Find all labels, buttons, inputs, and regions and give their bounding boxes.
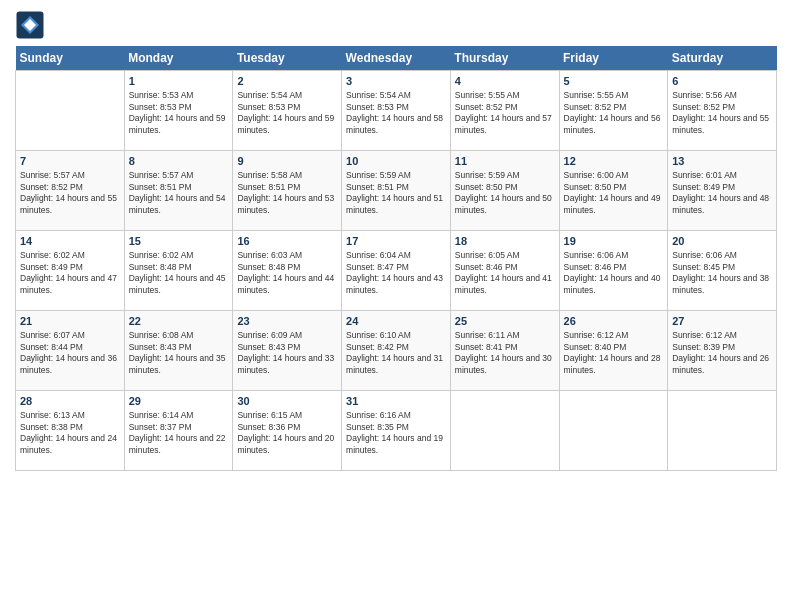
calendar-cell: 13Sunrise: 6:01 AMSunset: 8:49 PMDayligh… xyxy=(668,151,777,231)
cell-info: Sunrise: 6:02 AMSunset: 8:49 PMDaylight:… xyxy=(20,250,120,296)
cell-info: Sunrise: 6:05 AMSunset: 8:46 PMDaylight:… xyxy=(455,250,555,296)
week-row-5: 28Sunrise: 6:13 AMSunset: 8:38 PMDayligh… xyxy=(16,391,777,471)
cell-info: Sunrise: 6:09 AMSunset: 8:43 PMDaylight:… xyxy=(237,330,337,376)
calendar-cell: 30Sunrise: 6:15 AMSunset: 8:36 PMDayligh… xyxy=(233,391,342,471)
cell-info: Sunrise: 6:13 AMSunset: 8:38 PMDaylight:… xyxy=(20,410,120,456)
day-header-tuesday: Tuesday xyxy=(233,46,342,71)
calendar-container: SundayMondayTuesdayWednesdayThursdayFrid… xyxy=(0,0,792,612)
calendar-cell: 9Sunrise: 5:58 AMSunset: 8:51 PMDaylight… xyxy=(233,151,342,231)
day-header-sunday: Sunday xyxy=(16,46,125,71)
day-number: 3 xyxy=(346,74,446,89)
day-number: 1 xyxy=(129,74,229,89)
cell-info: Sunrise: 6:08 AMSunset: 8:43 PMDaylight:… xyxy=(129,330,229,376)
day-number: 13 xyxy=(672,154,772,169)
day-number: 21 xyxy=(20,314,120,329)
calendar-cell: 5Sunrise: 5:55 AMSunset: 8:52 PMDaylight… xyxy=(559,71,668,151)
day-number: 24 xyxy=(346,314,446,329)
calendar-cell: 23Sunrise: 6:09 AMSunset: 8:43 PMDayligh… xyxy=(233,311,342,391)
calendar-cell: 20Sunrise: 6:06 AMSunset: 8:45 PMDayligh… xyxy=(668,231,777,311)
calendar-cell: 12Sunrise: 6:00 AMSunset: 8:50 PMDayligh… xyxy=(559,151,668,231)
calendar-cell: 14Sunrise: 6:02 AMSunset: 8:49 PMDayligh… xyxy=(16,231,125,311)
day-number: 28 xyxy=(20,394,120,409)
cell-info: Sunrise: 5:59 AMSunset: 8:51 PMDaylight:… xyxy=(346,170,446,216)
day-header-wednesday: Wednesday xyxy=(342,46,451,71)
cell-info: Sunrise: 5:53 AMSunset: 8:53 PMDaylight:… xyxy=(129,90,229,136)
logo xyxy=(15,10,48,40)
calendar-cell: 19Sunrise: 6:06 AMSunset: 8:46 PMDayligh… xyxy=(559,231,668,311)
calendar-cell xyxy=(16,71,125,151)
cell-info: Sunrise: 5:56 AMSunset: 8:52 PMDaylight:… xyxy=(672,90,772,136)
calendar-cell: 29Sunrise: 6:14 AMSunset: 8:37 PMDayligh… xyxy=(124,391,233,471)
cell-info: Sunrise: 5:57 AMSunset: 8:51 PMDaylight:… xyxy=(129,170,229,216)
calendar-cell xyxy=(559,391,668,471)
day-number: 5 xyxy=(564,74,664,89)
calendar-cell: 11Sunrise: 5:59 AMSunset: 8:50 PMDayligh… xyxy=(450,151,559,231)
calendar-cell: 31Sunrise: 6:16 AMSunset: 8:35 PMDayligh… xyxy=(342,391,451,471)
day-number: 7 xyxy=(20,154,120,169)
cell-info: Sunrise: 6:02 AMSunset: 8:48 PMDaylight:… xyxy=(129,250,229,296)
calendar-cell: 18Sunrise: 6:05 AMSunset: 8:46 PMDayligh… xyxy=(450,231,559,311)
calendar-table: SundayMondayTuesdayWednesdayThursdayFrid… xyxy=(15,46,777,471)
calendar-cell: 10Sunrise: 5:59 AMSunset: 8:51 PMDayligh… xyxy=(342,151,451,231)
logo-icon xyxy=(15,10,45,40)
day-number: 30 xyxy=(237,394,337,409)
week-row-3: 14Sunrise: 6:02 AMSunset: 8:49 PMDayligh… xyxy=(16,231,777,311)
cell-info: Sunrise: 6:15 AMSunset: 8:36 PMDaylight:… xyxy=(237,410,337,456)
cell-info: Sunrise: 6:01 AMSunset: 8:49 PMDaylight:… xyxy=(672,170,772,216)
calendar-cell: 16Sunrise: 6:03 AMSunset: 8:48 PMDayligh… xyxy=(233,231,342,311)
calendar-cell: 1Sunrise: 5:53 AMSunset: 8:53 PMDaylight… xyxy=(124,71,233,151)
calendar-cell: 6Sunrise: 5:56 AMSunset: 8:52 PMDaylight… xyxy=(668,71,777,151)
cell-info: Sunrise: 5:55 AMSunset: 8:52 PMDaylight:… xyxy=(455,90,555,136)
day-number: 12 xyxy=(564,154,664,169)
day-number: 15 xyxy=(129,234,229,249)
cell-info: Sunrise: 6:12 AMSunset: 8:40 PMDaylight:… xyxy=(564,330,664,376)
cell-info: Sunrise: 5:57 AMSunset: 8:52 PMDaylight:… xyxy=(20,170,120,216)
cell-info: Sunrise: 6:11 AMSunset: 8:41 PMDaylight:… xyxy=(455,330,555,376)
header-row: SundayMondayTuesdayWednesdayThursdayFrid… xyxy=(16,46,777,71)
day-number: 11 xyxy=(455,154,555,169)
calendar-cell: 17Sunrise: 6:04 AMSunset: 8:47 PMDayligh… xyxy=(342,231,451,311)
day-number: 29 xyxy=(129,394,229,409)
cell-info: Sunrise: 6:14 AMSunset: 8:37 PMDaylight:… xyxy=(129,410,229,456)
day-header-saturday: Saturday xyxy=(668,46,777,71)
cell-info: Sunrise: 5:59 AMSunset: 8:50 PMDaylight:… xyxy=(455,170,555,216)
day-number: 22 xyxy=(129,314,229,329)
calendar-cell xyxy=(668,391,777,471)
day-number: 27 xyxy=(672,314,772,329)
day-number: 23 xyxy=(237,314,337,329)
day-number: 16 xyxy=(237,234,337,249)
calendar-cell: 26Sunrise: 6:12 AMSunset: 8:40 PMDayligh… xyxy=(559,311,668,391)
day-number: 31 xyxy=(346,394,446,409)
calendar-cell: 7Sunrise: 5:57 AMSunset: 8:52 PMDaylight… xyxy=(16,151,125,231)
cell-info: Sunrise: 6:07 AMSunset: 8:44 PMDaylight:… xyxy=(20,330,120,376)
day-number: 6 xyxy=(672,74,772,89)
calendar-cell: 8Sunrise: 5:57 AMSunset: 8:51 PMDaylight… xyxy=(124,151,233,231)
cell-info: Sunrise: 5:55 AMSunset: 8:52 PMDaylight:… xyxy=(564,90,664,136)
header xyxy=(15,10,777,40)
calendar-cell: 4Sunrise: 5:55 AMSunset: 8:52 PMDaylight… xyxy=(450,71,559,151)
calendar-cell: 27Sunrise: 6:12 AMSunset: 8:39 PMDayligh… xyxy=(668,311,777,391)
day-number: 26 xyxy=(564,314,664,329)
calendar-cell: 2Sunrise: 5:54 AMSunset: 8:53 PMDaylight… xyxy=(233,71,342,151)
calendar-cell: 25Sunrise: 6:11 AMSunset: 8:41 PMDayligh… xyxy=(450,311,559,391)
week-row-2: 7Sunrise: 5:57 AMSunset: 8:52 PMDaylight… xyxy=(16,151,777,231)
calendar-cell: 28Sunrise: 6:13 AMSunset: 8:38 PMDayligh… xyxy=(16,391,125,471)
day-number: 2 xyxy=(237,74,337,89)
day-number: 14 xyxy=(20,234,120,249)
cell-info: Sunrise: 6:10 AMSunset: 8:42 PMDaylight:… xyxy=(346,330,446,376)
cell-info: Sunrise: 6:03 AMSunset: 8:48 PMDaylight:… xyxy=(237,250,337,296)
cell-info: Sunrise: 6:04 AMSunset: 8:47 PMDaylight:… xyxy=(346,250,446,296)
day-header-monday: Monday xyxy=(124,46,233,71)
calendar-cell: 3Sunrise: 5:54 AMSunset: 8:53 PMDaylight… xyxy=(342,71,451,151)
day-number: 20 xyxy=(672,234,772,249)
calendar-cell: 21Sunrise: 6:07 AMSunset: 8:44 PMDayligh… xyxy=(16,311,125,391)
cell-info: Sunrise: 5:54 AMSunset: 8:53 PMDaylight:… xyxy=(237,90,337,136)
cell-info: Sunrise: 6:06 AMSunset: 8:45 PMDaylight:… xyxy=(672,250,772,296)
cell-info: Sunrise: 6:12 AMSunset: 8:39 PMDaylight:… xyxy=(672,330,772,376)
cell-info: Sunrise: 6:06 AMSunset: 8:46 PMDaylight:… xyxy=(564,250,664,296)
week-row-1: 1Sunrise: 5:53 AMSunset: 8:53 PMDaylight… xyxy=(16,71,777,151)
calendar-cell xyxy=(450,391,559,471)
day-number: 8 xyxy=(129,154,229,169)
week-row-4: 21Sunrise: 6:07 AMSunset: 8:44 PMDayligh… xyxy=(16,311,777,391)
day-header-friday: Friday xyxy=(559,46,668,71)
